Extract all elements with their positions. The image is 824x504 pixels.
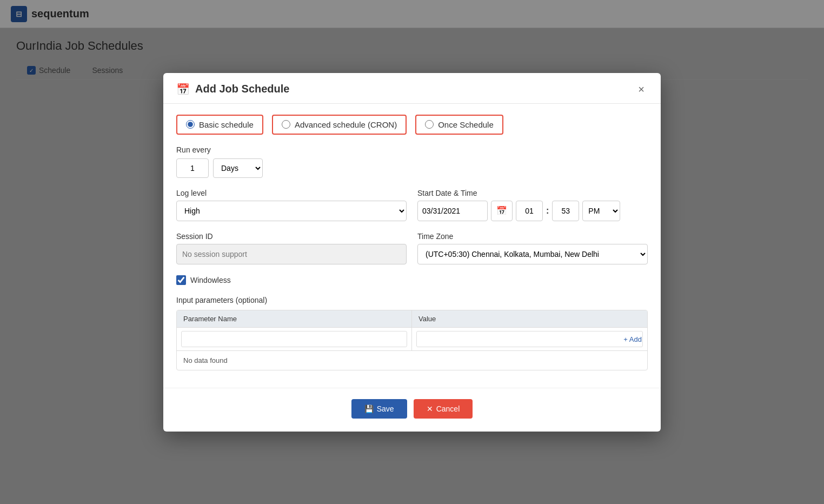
cancel-button[interactable]: ✕ Cancel	[414, 399, 473, 419]
params-input-row: + Add	[177, 328, 647, 351]
windowless-checkbox[interactable]	[176, 275, 186, 285]
param-name-header: Parameter Name	[177, 310, 412, 327]
start-datetime-group: Start Date & Time 📅 : AM PM	[417, 189, 648, 221]
param-value-cell: + Add	[412, 328, 647, 350]
cancel-label: Cancel	[436, 404, 460, 413]
modal-header: 📅 Add Job Schedule ×	[163, 73, 661, 104]
cancel-icon: ✕	[427, 404, 433, 413]
modal-close-button[interactable]: ×	[635, 83, 648, 96]
add-label: Add	[629, 335, 642, 343]
schedule-type-advanced-label: Advanced schedule (CRON)	[295, 120, 397, 129]
calendar-picker-button[interactable]: 📅	[491, 201, 513, 221]
schedule-types: Basic schedule Advanced schedule (CRON) …	[176, 115, 648, 135]
calendar-icon: 📅	[176, 83, 190, 96]
schedule-type-advanced[interactable]: Advanced schedule (CRON)	[272, 115, 407, 135]
run-every-input[interactable]	[176, 158, 209, 178]
param-name-input[interactable]	[181, 331, 407, 347]
run-every-unit-select[interactable]: Days Hours Minutes Weeks	[213, 158, 263, 178]
schedule-type-once-label: Once Schedule	[438, 120, 494, 129]
add-icon: +	[623, 335, 628, 343]
time-separator: :	[546, 206, 549, 216]
radio-basic[interactable]	[186, 120, 195, 129]
windowless-label: Windowless	[190, 276, 231, 284]
calendar-icon-btn: 📅	[496, 205, 507, 216]
hour-input[interactable]	[516, 201, 543, 221]
session-id-group: Session ID	[176, 232, 407, 264]
param-name-cell	[177, 328, 412, 350]
session-id-label: Session ID	[176, 232, 407, 241]
modal-title-wrap: 📅 Add Job Schedule	[176, 83, 289, 96]
timezone-select[interactable]: (UTC+05:30) Chennai, Kolkata, Mumbai, Ne…	[417, 244, 648, 264]
modal-body: Basic schedule Advanced schedule (CRON) …	[163, 104, 661, 383]
log-level-select[interactable]: High Medium Low	[176, 201, 407, 221]
radio-advanced[interactable]	[282, 120, 290, 129]
modal-title: Add Job Schedule	[195, 83, 289, 95]
params-table-header: Parameter Name Value	[177, 310, 647, 328]
radio-once[interactable]	[425, 120, 434, 129]
schedule-type-once[interactable]: Once Schedule	[415, 115, 503, 135]
no-data-message: No data found	[177, 351, 647, 370]
minute-input[interactable]	[552, 201, 579, 221]
schedule-type-basic[interactable]: Basic schedule	[176, 115, 263, 135]
start-datetime-label: Start Date & Time	[417, 189, 648, 197]
add-param-button[interactable]: + Add	[623, 335, 642, 343]
date-time-row: 📅 : AM PM	[417, 201, 648, 221]
schedule-type-basic-label: Basic schedule	[199, 120, 254, 129]
params-table: Parameter Name Value + Add No d	[176, 310, 648, 370]
save-icon: 💾	[364, 404, 374, 413]
param-value-input[interactable]	[416, 331, 643, 347]
save-label: Save	[377, 404, 394, 413]
run-every-row: Days Hours Minutes Weeks	[176, 158, 648, 178]
session-id-input	[176, 244, 407, 264]
modal-overlay: 📅 Add Job Schedule × Basic schedule Adva…	[0, 0, 824, 504]
timezone-group: Time Zone (UTC+05:30) Chennai, Kolkata, …	[417, 232, 648, 264]
log-level-datetime-row: Log level High Medium Low Start Date & T…	[176, 189, 648, 221]
windowless-row: Windowless	[176, 275, 648, 285]
input-params-title: Input parameters (optional)	[176, 296, 648, 304]
log-level-group: Log level High Medium Low	[176, 189, 407, 221]
modal-footer: 💾 Save ✕ Cancel	[163, 388, 661, 432]
session-timezone-row: Session ID Time Zone (UTC+05:30) Chennai…	[176, 232, 648, 264]
log-level-label: Log level	[176, 189, 407, 197]
ampm-select[interactable]: AM PM	[582, 201, 620, 221]
timezone-label: Time Zone	[417, 232, 648, 241]
param-value-header: Value	[412, 310, 647, 327]
add-job-schedule-modal: 📅 Add Job Schedule × Basic schedule Adva…	[163, 73, 661, 432]
date-input[interactable]	[417, 201, 488, 221]
run-every-label: Run every	[176, 145, 648, 154]
save-button[interactable]: 💾 Save	[351, 399, 407, 419]
